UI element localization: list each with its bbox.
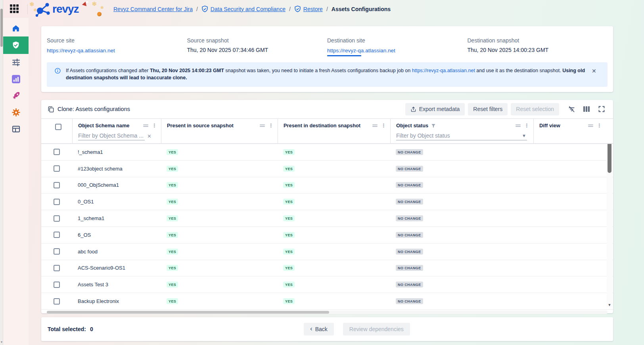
source-site-link[interactable]: https://revyz-qa.atlassian.net	[47, 48, 115, 54]
column-drag-handle-icon[interactable]	[588, 124, 593, 128]
row-checkbox-cell	[41, 177, 72, 194]
column-header-diff-view[interactable]: Diff view ⋮	[533, 119, 613, 143]
column-header-present-in-source[interactable]: Present in source snapshot ⋮	[161, 119, 278, 143]
column-settings-icon[interactable]	[581, 103, 592, 115]
scrollbar-down-arrow[interactable]: ▼	[607, 303, 612, 307]
row-checkbox[interactable]	[54, 282, 60, 288]
object-schema-name-cell: 000_ObjSchema1	[72, 177, 161, 194]
row-checkbox[interactable]	[54, 149, 60, 155]
present-in-destination-cell: YES	[278, 293, 390, 309]
expand-icon	[598, 106, 605, 112]
column-drag-handle-icon[interactable]	[143, 124, 148, 128]
object-status-cell: NO CHANGE	[390, 177, 533, 194]
fullscreen-icon[interactable]	[596, 103, 608, 115]
table-row: 0_OS1 YES YES NO CHANGE	[41, 194, 613, 210]
column-title: Present in source snapshot	[167, 123, 234, 128]
filter-active-funnel-icon	[431, 123, 436, 128]
object-schema-name-cell: !_schema1	[72, 144, 161, 160]
present-in-destination-cell: YES	[278, 227, 390, 243]
object-schema-name: 6_OS	[78, 232, 91, 238]
banner-bold-timestamp: Thu, 20 Nov 2025 14:00:23 GMT	[150, 68, 224, 73]
page-vertical-scrollbar[interactable]: ▼	[0, 0, 3, 345]
sidebar-item-analytics[interactable]	[3, 71, 29, 87]
destination-snapshot-value: Thu, 20 Nov 2025 14:00:23 GMT	[468, 47, 608, 53]
shield-check-icon	[12, 41, 20, 50]
horizontal-scrollbar-thumb[interactable]	[47, 311, 329, 314]
source-badge: YES	[167, 282, 178, 288]
breadcrumb-separator: /	[289, 6, 291, 12]
revyz-logo[interactable]: ❄ ❄ revyz ❄ ❄	[35, 0, 105, 18]
column-drag-handle-icon[interactable]	[260, 124, 265, 128]
breadcrumb-app-link[interactable]: Revyz Command Center for Jira	[113, 6, 193, 12]
present-in-source-cell: YES	[161, 243, 278, 260]
row-checkbox[interactable]	[54, 182, 60, 188]
toolbar-actions: Export metadata Reset filters Reset sele…	[405, 103, 608, 115]
banner-close-icon[interactable]: ✕	[592, 68, 596, 87]
column-header-object-schema-name[interactable]: Object Schema name ⋮ ✕	[72, 119, 161, 143]
table-vertical-scrollbar[interactable]: ▲ ▼	[607, 144, 612, 307]
column-header-present-in-destination[interactable]: Present in destination snapshot ⋮	[278, 119, 390, 143]
page-root: ▼ ❄ ❄ revyz ❄ ❄ Revyz Co	[0, 0, 644, 345]
app-switcher-icon[interactable]	[10, 4, 19, 14]
reset-filters-button[interactable]: Reset filters	[468, 103, 508, 115]
status-badge: NO CHANGE	[396, 232, 423, 238]
sidebar-item-home[interactable]	[3, 20, 29, 36]
row-checkbox[interactable]	[54, 232, 60, 238]
row-checkbox[interactable]	[54, 199, 60, 205]
column-header-object-status[interactable]: Object status ⋮ Filter by Object status …	[390, 119, 533, 143]
column-menu-icon[interactable]: ⋮	[524, 123, 529, 128]
status-filter-select[interactable]: Filter by Object status ▼	[396, 132, 527, 140]
object-schema-name: Backup Electronix	[78, 298, 119, 304]
present-in-source-cell: YES	[161, 144, 278, 160]
column-menu-icon[interactable]: ⋮	[152, 123, 157, 128]
sidebar-item-apps[interactable]	[3, 121, 29, 137]
export-metadata-label: Export metadata	[419, 106, 460, 112]
total-selected-value: 0	[90, 326, 93, 332]
object-schema-name-cell: #123object schema	[72, 161, 161, 177]
column-menu-icon[interactable]: ⋮	[268, 123, 274, 128]
row-checkbox[interactable]	[54, 215, 60, 222]
status-badge: NO CHANGE	[396, 265, 423, 271]
schema-filter-input[interactable]	[78, 132, 145, 140]
clear-filter-icon[interactable]: ✕	[147, 133, 151, 139]
column-drag-handle-icon[interactable]	[372, 124, 378, 128]
column-menu-icon[interactable]: ⋮	[597, 123, 602, 128]
source-site-block: Source site https://revyz-qa.atlassian.n…	[47, 37, 187, 56]
row-checkbox[interactable]	[54, 265, 60, 271]
row-checkbox[interactable]	[54, 248, 60, 255]
banner-site-link[interactable]: https://revyz-qa.atlassian.net	[412, 68, 475, 73]
row-checkbox-cell	[41, 293, 72, 309]
topbar: ❄ ❄ revyz ❄ ❄ Revyz Command Center for J…	[0, 0, 644, 18]
destination-badge: YES	[283, 215, 295, 221]
column-drag-handle-icon[interactable]	[516, 124, 521, 128]
diff-view-cell	[533, 260, 613, 276]
column-menu-icon[interactable]: ⋮	[381, 123, 386, 128]
sidebar-item-settings-sliders[interactable]	[3, 54, 29, 71]
row-checkbox[interactable]	[54, 298, 60, 305]
reset-selection-button[interactable]: Reset selection	[511, 103, 559, 115]
present-in-destination-cell: YES	[278, 161, 390, 177]
breadcrumb-data-security-link[interactable]: Data Security and Compliance	[211, 6, 286, 12]
back-button[interactable]: ‹ Back	[304, 323, 334, 335]
select-all-cell	[41, 119, 72, 143]
scrollbar-down-arrow[interactable]: ▼	[0, 341, 3, 343]
present-in-destination-cell: YES	[278, 243, 390, 260]
destination-site-link[interactable]: https://revyz-qa.atlassian.net	[327, 48, 395, 54]
breadcrumb-restore-link[interactable]: Restore	[303, 6, 323, 12]
present-in-destination-cell: YES	[278, 210, 390, 226]
sidebar-item-launch[interactable]	[3, 87, 29, 104]
table-scrollbar-thumb[interactable]	[608, 144, 611, 173]
page-scrollbar-thumb[interactable]	[0, 9, 3, 47]
clear-all-filters-icon[interactable]	[565, 103, 577, 115]
row-checkbox[interactable]	[54, 165, 60, 172]
select-all-checkbox[interactable]	[55, 124, 61, 130]
present-in-source-cell: YES	[161, 177, 278, 194]
total-selected-label: Total selected:	[48, 326, 86, 332]
table-horizontal-scrollbar[interactable]	[47, 310, 608, 314]
export-metadata-button[interactable]: Export metadata	[405, 103, 465, 115]
table-row: Assets Test 3 YES YES NO CHANGE	[41, 276, 613, 293]
sidebar-item-admin-settings[interactable]	[3, 104, 29, 121]
review-dependencies-button[interactable]: Review dependencies	[343, 323, 410, 335]
sidebar-item-data-security[interactable]	[3, 36, 29, 54]
status-badge: NO CHANGE	[396, 149, 423, 155]
